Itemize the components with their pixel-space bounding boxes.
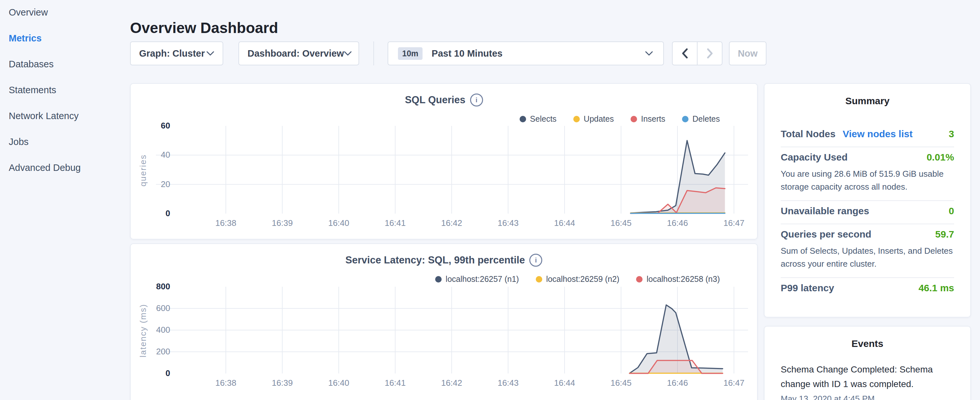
x-axis-tick: 16:47 [715, 378, 754, 388]
y-axis-tick: 200 [131, 347, 170, 357]
x-axis-tick: 16:42 [432, 218, 471, 228]
x-axis-tick: 16:40 [319, 218, 358, 228]
legend-label: localhost:26259 (n2) [546, 274, 620, 284]
time-window-pager [672, 41, 722, 65]
legend-dot-icon [520, 116, 526, 122]
summary-panel: Summary Total NodesView nodes list3Capac… [764, 83, 971, 317]
graph-scope-label: Graph: Cluster [139, 48, 205, 59]
event-message: Schema Change Completed: Schema change w… [781, 362, 954, 391]
y-axis-tick: 20 [131, 179, 170, 189]
page-title: Overview Dashboard [130, 19, 278, 37]
chevron-right-icon [706, 48, 713, 59]
y-axis-tick: 60 [131, 121, 170, 131]
x-axis-tick: 16:46 [658, 378, 697, 388]
summary-row-value: 59.7 [935, 229, 954, 240]
graph-scope-dropdown[interactable]: Graph: Cluster [130, 41, 223, 65]
chevron-left-icon [682, 48, 688, 59]
x-axis-tick: 16:38 [207, 218, 245, 228]
chevron-down-icon [344, 51, 352, 56]
sidebar-item-network-latency[interactable]: Network Latency [9, 111, 79, 122]
prev-time-window-button[interactable] [673, 42, 698, 65]
legend-label: Updates [584, 114, 614, 124]
events-title: Events [765, 327, 970, 349]
legend-dot-icon [435, 276, 442, 282]
chart-title: SQL Queries [405, 94, 465, 106]
summary-row: Queries per second59.7Sum of Selects, Up… [781, 224, 954, 277]
summary-row: Capacity Used0.01%You are using 28.6 MiB… [781, 147, 954, 200]
chevron-down-icon [645, 51, 653, 56]
legend-dot-icon [573, 116, 580, 122]
chart-legend: SelectsUpdatesInsertsDeletes [520, 114, 720, 124]
event-item: Schema Change Completed: Schema change w… [781, 362, 954, 400]
sidebar-item-advanced-debug[interactable]: Advanced Debug [9, 163, 81, 174]
x-axis-tick: 16:43 [489, 378, 528, 388]
sql-queries-chart-panel: SQL Queries i SelectsUpdatesInsertsDelet… [130, 83, 758, 239]
info-icon[interactable]: i [529, 254, 542, 267]
y-axis-tick: 800 [131, 282, 170, 292]
summary-row-description: You are using 28.6 MiB of 515.9 GiB usab… [781, 167, 954, 193]
x-axis-tick: 16:38 [207, 378, 245, 388]
sidebar-item-overview[interactable]: Overview [9, 7, 48, 18]
sidebar-item-statements[interactable]: Statements [9, 85, 56, 96]
x-axis-tick: 16:39 [263, 218, 302, 228]
summary-row-label: Capacity Used [781, 152, 848, 163]
chart-legend: localhost:26257 (n1)localhost:26259 (n2)… [435, 274, 720, 284]
x-axis-tick: 16:44 [545, 378, 584, 388]
legend-label: Deletes [692, 114, 720, 124]
event-timestamp: May 13, 2020 at 4:45 PM [781, 394, 954, 400]
chart-title: Service Latency: SQL, 99th percentile [345, 254, 525, 266]
legend-label: Selects [530, 114, 557, 124]
x-axis-tick: 16:47 [715, 218, 754, 228]
legend-item: Inserts [631, 114, 665, 124]
time-range-badge: 10m [398, 47, 423, 60]
summary-row: Total NodesView nodes list3 [781, 124, 954, 147]
time-range-label: Past 10 Minutes [431, 48, 503, 59]
legend-item: localhost:26257 (n1) [435, 274, 519, 284]
legend-label: localhost:26257 (n1) [445, 274, 519, 284]
summary-row-label: Queries per second [781, 229, 871, 240]
summary-title: Summary [765, 84, 970, 107]
now-button-label: Now [738, 48, 757, 59]
y-axis-tick: 0 [131, 209, 170, 218]
summary-row-value: 0 [949, 206, 954, 217]
x-axis-tick: 16:41 [376, 378, 415, 388]
y-axis-tick: 0 [131, 368, 170, 378]
legend-dot-icon [636, 276, 643, 282]
view-nodes-link[interactable]: View nodes list [843, 129, 912, 139]
summary-row-value: 3 [949, 129, 954, 139]
legend-item: Deletes [682, 114, 720, 124]
summary-row-description: Sum of Selects, Updates, Inserts, and De… [781, 244, 954, 270]
x-axis-tick: 16:45 [602, 218, 641, 228]
x-axis-tick: 16:40 [319, 378, 358, 388]
dashboard-label: Dashboard: Overview [248, 48, 344, 59]
x-axis-tick: 16:44 [545, 218, 584, 228]
time-range-dropdown[interactable]: 10m Past 10 Minutes [388, 41, 664, 65]
x-axis-tick: 16:46 [658, 218, 697, 228]
legend-item: Selects [520, 114, 557, 124]
dashboard-dropdown[interactable]: Dashboard: Overview [239, 41, 359, 65]
y-axis-label: queries [138, 122, 148, 219]
info-icon[interactable]: i [470, 94, 483, 107]
summary-row: P99 latency46.1 ms [781, 277, 954, 301]
chevron-down-icon [207, 51, 214, 56]
controls-divider [373, 41, 374, 65]
y-axis-tick: 600 [131, 303, 170, 313]
sidebar-item-databases[interactable]: Databases [9, 59, 54, 70]
legend-dot-icon [682, 116, 689, 122]
summary-row-label: Total Nodes [781, 129, 835, 139]
x-axis-tick: 16:43 [489, 218, 528, 228]
summary-row-value: 0.01% [927, 152, 954, 163]
now-button[interactable]: Now [729, 41, 767, 65]
legend-dot-icon [536, 276, 542, 282]
legend-label: localhost:26258 (n3) [646, 274, 720, 284]
events-panel: Events Schema Change Completed: Schema c… [764, 326, 971, 400]
y-axis-tick: 400 [131, 325, 170, 335]
x-axis-tick: 16:41 [376, 218, 415, 228]
sidebar-item-metrics[interactable]: Metrics [9, 33, 42, 44]
legend-dot-icon [631, 116, 637, 122]
summary-row-label: P99 latency [781, 282, 834, 293]
summary-row-label: Unavailable ranges [781, 206, 869, 217]
sidebar-item-jobs[interactable]: Jobs [9, 137, 29, 148]
service-latency-chart-panel: Service Latency: SQL, 99th percentile i … [130, 243, 758, 400]
next-time-window-button[interactable] [698, 42, 722, 65]
